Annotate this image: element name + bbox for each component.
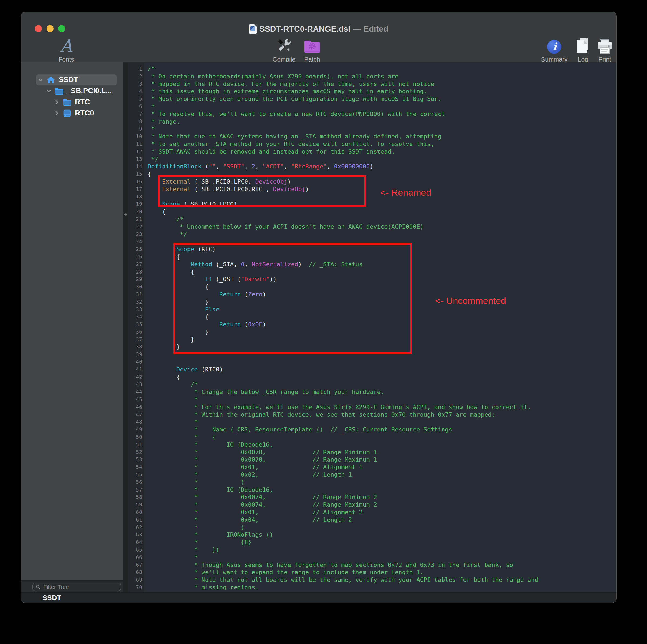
code-line: /*	[148, 216, 617, 223]
code-line: * we'll want to expand the range to incl…	[148, 569, 617, 576]
code-line: *	[148, 396, 617, 403]
code-line: * 0x0074, // Range Maximum 2	[148, 501, 617, 508]
line-number: 62	[128, 524, 142, 531]
line-number: 25	[128, 245, 142, 253]
code-line: Return (0x0F)	[148, 321, 617, 328]
line-number: 64	[128, 539, 142, 546]
line-number: 65	[128, 546, 142, 554]
folder-icon	[55, 87, 63, 95]
code-line: * Within the original RTC device, we see…	[148, 411, 617, 418]
code-line: *	[148, 554, 617, 561]
gutter: 1234567891011121314151617181920212223242…	[128, 63, 144, 592]
line-number: 9	[128, 125, 142, 133]
sidebar: SSDT_SB.PCI0.L...RTCRTC0	[21, 63, 123, 592]
code-line: * Though Asus seems to have forgotten to…	[148, 561, 617, 569]
line-number: 34	[128, 313, 142, 321]
code-line: * To resolve this, we'll want to create …	[148, 110, 617, 118]
code-line: Scope (_SB.PCI0.LPC0)	[148, 200, 617, 208]
chevron-right-icon[interactable]	[54, 100, 59, 105]
code-line: * to set another _STA method in your RTC…	[148, 140, 617, 148]
code-editor[interactable]: /* * On certain motherboards(mainly Asus…	[144, 63, 617, 592]
pane-divider[interactable]	[123, 63, 128, 592]
titlebar: SSDT-RTC0-RANGE.dsl — Edited	[21, 24, 617, 34]
line-number: 45	[128, 396, 142, 403]
print-button[interactable]: Print	[584, 36, 617, 63]
chevron-down-icon[interactable]	[38, 78, 43, 82]
line-number: 30	[128, 283, 142, 291]
code-line: * )	[148, 524, 617, 531]
patch-button[interactable]: Patch	[292, 36, 333, 63]
code-line: * 0x01, // Alignment 2	[148, 508, 617, 516]
code-line: * })	[148, 546, 617, 554]
code-line: * 0x04, // Length 2	[148, 516, 617, 524]
code-line: */	[148, 231, 617, 238]
code-line: *	[148, 103, 617, 110]
filter-tree-input[interactable]	[43, 583, 118, 590]
main-content: SSDT_SB.PCI0.L...RTCRTC0 123456789101112…	[21, 63, 617, 592]
line-number: 15	[128, 170, 142, 178]
line-number: 46	[128, 403, 142, 411]
app-window: SSDT-RTC0-RANGE.dsl — Edited A Fonts	[20, 12, 617, 603]
code-line: * 0x0070, // Range Minimum 1	[148, 449, 617, 456]
line-number: 39	[128, 351, 142, 358]
sidebar-item-rtc[interactable]: RTC	[21, 96, 123, 107]
line-number: 55	[128, 471, 142, 479]
sidebar-item-rtc0[interactable]: RTC0	[21, 107, 123, 119]
code-line: * Change the below _CSR range to match y…	[148, 388, 617, 396]
line-number: 18	[128, 193, 142, 200]
line-number: 13	[128, 155, 142, 163]
sidebar-filter-bar	[21, 580, 123, 592]
chevron-down-icon[interactable]	[46, 89, 51, 93]
code-line: * range.	[148, 118, 617, 126]
line-number: 49	[128, 426, 142, 433]
code-line: */	[148, 155, 617, 163]
code-line	[148, 351, 617, 358]
divider-handle-dot[interactable]	[125, 213, 127, 216]
line-number: 16	[128, 178, 142, 185]
sidebar-item-ssdt[interactable]: SSDT	[36, 74, 117, 85]
line-number: 35	[128, 321, 142, 328]
code-line: Device (RTC0)	[148, 366, 617, 373]
home-icon	[47, 76, 55, 84]
code-line: Return (Zero)	[148, 291, 617, 298]
code-line: {	[148, 283, 617, 291]
sidebar-item-sbpci0l[interactable]: _SB.PCI0.L...	[21, 85, 123, 96]
line-number: 67	[128, 561, 142, 569]
code-line: * missing regions.	[148, 584, 617, 591]
line-number: 59	[128, 501, 142, 508]
line-number: 8	[128, 118, 142, 126]
line-number: 54	[128, 463, 142, 471]
code-line: * 0x0074, // Range Minimum 2	[148, 493, 617, 501]
line-number: 57	[128, 486, 142, 494]
line-number: 1	[128, 65, 142, 73]
line-number: 68	[128, 569, 142, 576]
line-number: 22	[128, 223, 142, 231]
code-line: /*	[148, 381, 617, 388]
sidebar-item-label: _SB.PCI0.L...	[67, 87, 112, 95]
line-number: 5	[128, 95, 142, 103]
line-number: 51	[128, 441, 142, 449]
line-number: 21	[128, 216, 142, 223]
patch-label: Patch	[292, 56, 333, 63]
chevron-right-icon[interactable]	[54, 111, 59, 116]
code-line: * 0x0070, // Range Maximum 1	[148, 456, 617, 463]
document-icon	[249, 24, 257, 33]
window-chrome: SSDT-RTC0-RANGE.dsl — Edited A Fonts	[21, 12, 617, 63]
line-number: 70	[128, 584, 142, 591]
text-cursor	[158, 156, 159, 162]
line-number: 32	[128, 298, 142, 306]
fonts-button[interactable]: A Fonts	[46, 36, 86, 63]
code-line: }	[148, 328, 617, 336]
code-line: {	[148, 313, 617, 321]
code-line: DefinitionBlock ("", "SSDT", 2, "ACDT", …	[148, 163, 617, 170]
line-number: 60	[128, 508, 142, 516]
fonts-label: Fonts	[46, 56, 86, 63]
line-number: 53	[128, 456, 142, 463]
fonts-icon: A	[60, 37, 72, 54]
device-icon	[63, 109, 71, 117]
line-number: 37	[128, 336, 142, 343]
line-number: 36	[128, 328, 142, 336]
filter-tree-field[interactable]	[32, 583, 121, 591]
line-number: 28	[128, 268, 142, 276]
line-number: 11	[128, 140, 142, 148]
